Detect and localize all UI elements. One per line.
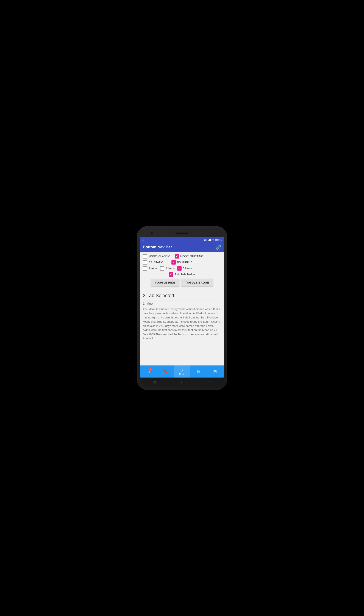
checkbox-4items[interactable]: 4 items: [160, 266, 175, 271]
home-badge: 2: [148, 368, 152, 371]
checkbox-mode-classic[interactable]: MODE_CLASSIC: [143, 254, 170, 259]
main-content: 2 Tab Selected 1. Moon The Moon is a bar…: [140, 291, 224, 366]
checkbox-box-5items[interactable]: [177, 266, 182, 271]
checkbox-label-auto-hide: Auto hide badge: [175, 273, 195, 276]
checkbox-label-4items: 4 items: [166, 267, 175, 270]
link-icon[interactable]: 🔗: [216, 245, 221, 250]
phone-screen: ☰ 3G 10:15 Bottom Nav Bar: [140, 237, 224, 378]
checkbox-mode-shifting[interactable]: MODE_SHIFTING: [175, 254, 203, 259]
nav-item-music[interactable]: ♪ Music: [174, 366, 190, 378]
checkbox-bs-ripple[interactable]: BS_RIPPLE: [171, 260, 192, 265]
earpiece-speaker: [176, 232, 188, 234]
nav-item-home[interactable]: ⌂ 2: [141, 366, 157, 378]
checkbox-box-bs-static[interactable]: [143, 260, 147, 265]
back-button[interactable]: ◁: [153, 380, 155, 384]
bs-row: BS_STATIC BS_RIPPLE: [143, 260, 221, 265]
items-count-row: 3 items 4 items 5 items: [143, 266, 221, 271]
nav-item-gamepad[interactable]: ⊞: [207, 366, 223, 378]
checkbox-box-3items[interactable]: [143, 266, 147, 271]
music-icon: ♪: [181, 368, 183, 373]
status-right: 3G 10:15: [204, 239, 222, 241]
checkbox-box-mode-shifting[interactable]: [175, 254, 179, 259]
app-bar: Bottom Nav Bar 🔗: [140, 243, 224, 252]
checkbox-label-bs-static: BS_STATIC: [148, 261, 163, 264]
bottom-nav-bar: ⌂ 2 🔖 ♪ Music 🖥 ⊞: [140, 366, 224, 378]
home-button[interactable]: ○: [181, 380, 183, 384]
content-area: MODE_CLASSIC MODE_SHIFTING BS_STATIC: [140, 252, 224, 366]
notification-icon: ☰: [142, 238, 144, 242]
toggle-hide-button[interactable]: TOGGLE HIDE: [151, 279, 179, 286]
checkbox-box-bs-ripple[interactable]: [171, 260, 176, 265]
item-number: 1. Moon: [143, 302, 221, 305]
signal-icon: [208, 239, 211, 241]
home-icon: ⌂ 2: [148, 369, 150, 374]
app-title: Bottom Nav Bar: [143, 245, 172, 249]
item-description: The Moon is a barren, rocky world withou…: [143, 307, 221, 341]
checkbox-3items[interactable]: 3 items: [143, 266, 157, 271]
buttons-row: TOGGLE HIDE TOGGLE BADGE: [143, 279, 221, 286]
checkbox-label-5items: 5 items: [183, 267, 192, 270]
network-indicator: 3G: [204, 239, 207, 241]
checkbox-label-mode-shifting: MODE_SHIFTING: [180, 255, 203, 258]
checkbox-label-mode-classic: MODE_CLASSIC: [148, 255, 170, 258]
toggle-badge-button[interactable]: TOGGLE BADGE: [181, 279, 213, 286]
clock: 10:15: [216, 239, 222, 241]
system-nav-bar: ◁ ○ □: [140, 378, 224, 386]
status-left: ☰: [142, 238, 144, 242]
checkbox-box-mode-classic[interactable]: [143, 254, 147, 259]
checkbox-5items[interactable]: 5 items: [177, 266, 192, 271]
battery-icon: [212, 239, 215, 241]
gamepad-icon: ⊞: [213, 369, 217, 374]
bookmark-icon: 🔖: [163, 369, 168, 374]
phone-device: ☰ 3G 10:15 Bottom Nav Bar: [137, 226, 227, 390]
front-camera: [151, 232, 153, 234]
recent-button[interactable]: □: [209, 380, 211, 384]
divider-1: [143, 301, 221, 301]
mode-row: MODE_CLASSIC MODE_SHIFTING: [143, 254, 221, 259]
checkbox-box-auto-hide[interactable]: [169, 272, 173, 277]
checkbox-box-4items[interactable]: [160, 266, 164, 271]
phone-top-hardware: [140, 230, 224, 236]
status-bar: ☰ 3G 10:15: [140, 237, 224, 243]
tab-selected-title: 2 Tab Selected: [143, 293, 221, 298]
checkbox-label-3items: 3 items: [148, 267, 157, 270]
nav-item-bookmark[interactable]: 🔖: [157, 366, 174, 378]
nav-item-tv[interactable]: 🖥: [190, 366, 207, 378]
auto-hide-row: Auto hide badge: [143, 272, 221, 277]
tv-icon: 🖥: [196, 369, 201, 374]
checkbox-label-bs-ripple: BS_RIPPLE: [177, 261, 192, 264]
nav-label-music: Music: [179, 373, 185, 375]
controls-panel: MODE_CLASSIC MODE_SHIFTING BS_STATIC: [140, 252, 224, 291]
checkbox-bs-static[interactable]: BS_STATIC: [143, 260, 163, 265]
checkbox-auto-hide[interactable]: Auto hide badge: [169, 272, 195, 277]
